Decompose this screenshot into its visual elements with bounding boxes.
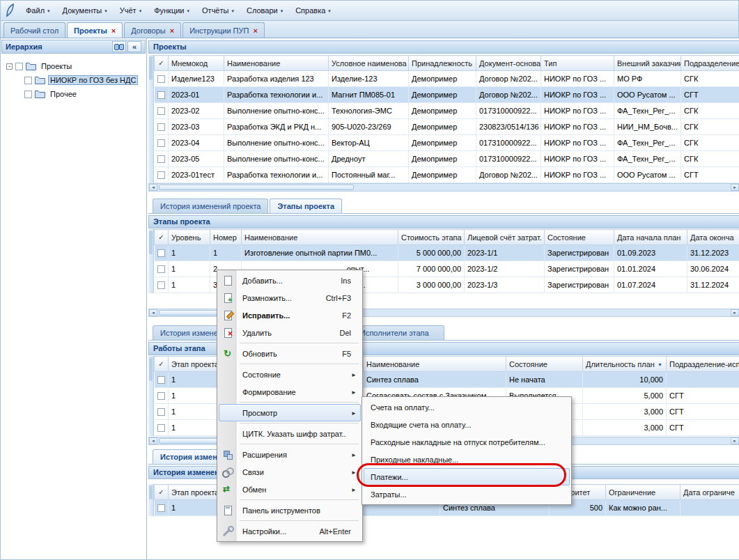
scroll-left-icon[interactable]: ◄ [149, 437, 157, 444]
column-header[interactable]: Условное наименова [329, 56, 409, 71]
grid-cell[interactable]: Разработка ЭКД и РКД н... [224, 119, 329, 135]
grid-cell[interactable]: 2023-03 [169, 119, 224, 135]
scrollbar-thumb[interactable] [159, 185, 354, 190]
grid-cell[interactable]: 10,000 [583, 372, 667, 388]
close-tab-icon[interactable]: × [253, 27, 257, 34]
grid-cell[interactable]: 7 000 000,00 [398, 261, 465, 277]
grid-cell[interactable]: Договор №202... [476, 87, 541, 103]
tree-checkbox[interactable] [24, 91, 32, 98]
grid-cell[interactable]: СГТ [667, 388, 739, 404]
tab-project-history[interactable]: История изменений проекта [153, 199, 268, 213]
menubar-item[interactable]: Файл▾ [20, 3, 56, 18]
scroll-left-icon[interactable]: ◄ [149, 184, 157, 191]
grid-cell[interactable]: НИОКР по ГОЗ ... [541, 119, 614, 135]
menu-item[interactable]: Расширения► [219, 446, 361, 463]
menu-item[interactable]: Платежи... [364, 468, 570, 485]
grid-cell[interactable]: Изделие123 [169, 71, 224, 87]
row-checkbox[interactable] [157, 424, 165, 432]
column-header[interactable]: Состояние [506, 357, 583, 372]
column-header[interactable]: Уровень [169, 230, 210, 245]
column-header[interactable]: Тип [541, 56, 614, 71]
row-checkbox[interactable] [157, 139, 165, 147]
grid-cell[interactable]: Изготовление опытной партии ПМ0... [242, 245, 398, 261]
table-row[interactable]: 2023-01тестРазработка технологии и...Пос… [155, 167, 739, 183]
menu-item[interactable]: Входящие счета на оплату... [364, 416, 570, 433]
grid-cell[interactable]: Постоянный маг... [329, 167, 409, 183]
grid-cell[interactable]: Демопример [409, 167, 476, 183]
tab-executors[interactable]: Исполнители этапа [352, 325, 444, 340]
grid-cell[interactable]: 2023-05 [169, 151, 224, 167]
scrollbar-thumb[interactable] [149, 357, 153, 381]
column-header[interactable]: Длительность план▼ [583, 357, 667, 372]
menu-item[interactable]: Исправить...F2 [219, 306, 361, 324]
grid-cell[interactable]: СГТ [681, 87, 739, 103]
vertical-scrollbar[interactable] [148, 229, 154, 293]
grid-cell[interactable]: Договор №202... [476, 167, 541, 183]
grid-cell[interactable]: 30.06.2024 [687, 261, 739, 277]
grid-cell[interactable]: 017310000922... [476, 135, 541, 151]
grid-cell[interactable]: 2023-01тест [169, 167, 224, 183]
menubar-item[interactable]: Отчёты▾ [196, 3, 240, 18]
workspace-tab[interactable]: Рабочий стол [3, 22, 65, 38]
scroll-right-icon[interactable]: ► [731, 309, 739, 316]
select-all-header[interactable]: ✓ [155, 485, 169, 500]
grid-cell[interactable]: НИИ_НМ_Бочв... [614, 119, 681, 135]
grid-cell[interactable]: 2023-04 [169, 135, 224, 151]
scrollbar-thumb[interactable] [149, 56, 153, 80]
menubar-item[interactable]: Документы▾ [56, 3, 114, 18]
tree-item-label[interactable]: НИОКР по ГОЗ без НДС [48, 75, 138, 85]
grid-cell[interactable]: МО РФ [614, 71, 681, 87]
column-header[interactable]: Ограничение [606, 485, 680, 500]
menu-item[interactable]: Панель инструментов [219, 501, 361, 519]
menubar-item[interactable]: Учёт▾ [114, 3, 148, 18]
grid-cell[interactable]: СГТ [667, 404, 739, 420]
row-checkbox[interactable] [157, 504, 165, 512]
grid-cell[interactable]: 017310000922... [476, 151, 541, 167]
menu-item[interactable]: Размножить...Ctrl+F3 [219, 289, 361, 306]
column-header[interactable]: Состояние [545, 230, 614, 245]
menu-item[interactable]: Добавить...Ins [219, 272, 361, 289]
column-header[interactable]: Дата начала план [614, 230, 687, 245]
grid-cell[interactable]: НИОКР по ГОЗ ... [541, 71, 614, 87]
menu-item[interactable]: УдалитьDel [219, 324, 361, 341]
grid-cell[interactable]: Демопример [409, 71, 476, 87]
row-checkbox[interactable] [157, 392, 165, 400]
grid-cell[interactable]: НИОКР по ГОЗ ... [541, 87, 614, 103]
grid-cell[interactable]: 2023-1/3 [465, 277, 545, 293]
grid-cell[interactable]: Дредноут [329, 151, 409, 167]
row-checkbox[interactable] [157, 155, 165, 163]
grid-cell[interactable]: 01.09.2023 [614, 245, 687, 261]
grid-cell[interactable] [667, 372, 739, 388]
grid-cell[interactable]: СГК [681, 71, 739, 87]
grid-cell[interactable]: Демопример [409, 119, 476, 135]
grid-cell[interactable]: Магнит ПМ085-01 [329, 87, 409, 103]
grid-cell[interactable]: Вектор-АЦ [329, 135, 409, 151]
column-header[interactable]: Наименование [224, 56, 329, 71]
grid-cell[interactable]: СГК [681, 135, 739, 151]
menu-item[interactable]: Счета на оплату... [364, 398, 570, 416]
menu-item[interactable]: Просмотр► [219, 404, 361, 421]
grid-cell[interactable]: Разработка технологии и... [224, 167, 329, 183]
grid-cell[interactable]: СГТ [667, 420, 739, 436]
grid-cell[interactable]: 3,000 [583, 420, 667, 436]
grid-cell[interactable]: Изделие-123 [329, 71, 409, 87]
grid-cell[interactable]: СГТ [681, 167, 739, 183]
grid-cell[interactable]: Выполнение опытно-конс... [224, 151, 329, 167]
grid-cell[interactable]: 905-U020-23/269 [329, 119, 409, 135]
collapse-node-icon[interactable]: - [6, 63, 13, 70]
grid-cell[interactable]: 2023-02 [169, 103, 224, 119]
column-header[interactable]: Мнемокод [169, 56, 224, 71]
menu-item[interactable]: Расходные накладные на отпуск потребител… [364, 433, 570, 451]
row-checkbox[interactable] [157, 281, 165, 289]
table-row[interactable]: Изделие123Разработка изделия 123Изделие-… [155, 71, 739, 87]
select-all-header[interactable]: ✓ [155, 230, 169, 245]
vertical-scrollbar[interactable] [148, 484, 154, 516]
row-checkbox[interactable] [157, 171, 165, 179]
close-tab-icon[interactable]: × [111, 27, 116, 34]
scroll-left-icon[interactable]: ◄ [149, 309, 157, 316]
grid-cell[interactable]: 5 000 000,00 [398, 245, 465, 261]
grid-cell[interactable]: 31.12.2023 [687, 245, 739, 261]
row-checkbox[interactable] [157, 107, 165, 115]
grid-cell[interactable]: 1 [210, 245, 242, 261]
column-header[interactable]: Документ-основан [476, 56, 541, 71]
